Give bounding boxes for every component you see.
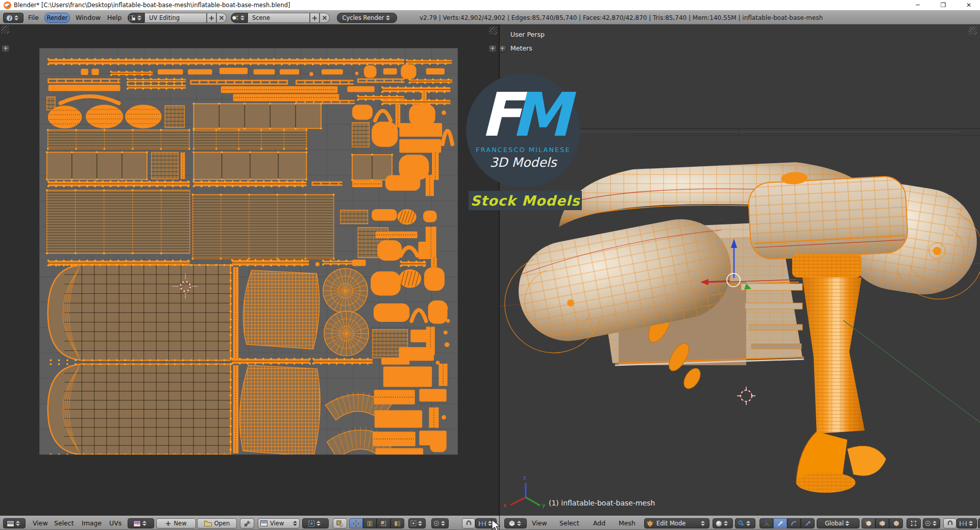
vp-manipulator-rotate[interactable]	[787, 518, 801, 528]
viewport-3d-area[interactable]	[500, 24, 980, 516]
plus-icon	[165, 521, 171, 526]
uv-new-image-label: New	[174, 520, 186, 527]
vp-mode-dropdown[interactable]: Edit Mode	[644, 518, 709, 528]
render-engine-value: Cycles Render	[342, 14, 384, 21]
uv-open-image-button[interactable]: Open	[197, 518, 237, 528]
uv-display-view-dropdown[interactable]: View	[258, 518, 300, 528]
vp-select-mode-vertex[interactable]	[862, 518, 875, 528]
uv-select-mode-vertex[interactable]	[349, 518, 363, 528]
vp-occlude-toggle[interactable]	[906, 518, 921, 528]
image-editor-icon	[7, 520, 14, 527]
vp-orientation-dropdown[interactable]: Global	[817, 518, 860, 528]
mouse-cursor	[491, 519, 501, 530]
uv-proportional-edit-dropdown[interactable]	[431, 518, 449, 528]
vp-manipulator-translate[interactable]	[773, 518, 787, 528]
uv-corner-grip-right[interactable]	[489, 27, 497, 35]
vertex-mode-icon	[353, 520, 359, 527]
scene-statistics: v2.79 | Verts:42,902/42,902 | Edges:85,7…	[420, 11, 823, 24]
menu-render[interactable]: Render	[44, 13, 70, 23]
scale-icon	[804, 520, 811, 527]
uv-menu-image[interactable]: Image	[82, 516, 102, 529]
render-engine-select[interactable]: Cycles Render	[337, 13, 397, 23]
viewport-3d-canvas	[500, 24, 980, 516]
scene-name-field[interactable]: Scene	[248, 13, 310, 23]
uv-open-image-label: Open	[214, 520, 230, 527]
info-icon: i	[6, 15, 13, 21]
proportional-edit-icon	[925, 520, 931, 526]
uv-snap-toggle[interactable]	[462, 518, 475, 528]
add-screen-layout-button[interactable]	[207, 13, 216, 23]
snap-increment-icon	[478, 521, 486, 526]
vp-menu-mesh[interactable]: Mesh	[619, 516, 635, 529]
vp-manipulator-scale[interactable]	[801, 518, 815, 528]
uv-menu-select[interactable]: Select	[54, 516, 74, 529]
vp-pivot-dropdown[interactable]	[735, 518, 755, 528]
uv-select-mode-face[interactable]	[377, 518, 390, 528]
scene-icon	[232, 15, 239, 21]
snap-increment-icon	[959, 521, 967, 526]
vp-snap-element-dropdown[interactable]	[957, 518, 977, 528]
uv-select-sync-toggle[interactable]	[333, 518, 347, 528]
vp-select-mode-face[interactable]	[889, 518, 903, 528]
delete-screen-layout-button[interactable]	[216, 13, 227, 23]
fm-logo-circle: F M FRANCESCO MILANESE 3D Models	[466, 73, 580, 188]
image-icon	[133, 520, 141, 527]
vp-snap-toggle[interactable]	[943, 518, 957, 528]
close-button[interactable]: ✕	[959, 0, 979, 10]
minimize-button[interactable]: ─	[908, 0, 928, 10]
scene-browse-button[interactable]	[231, 13, 248, 23]
add-scene-button[interactable]	[310, 13, 320, 23]
proportional-edit-icon	[433, 520, 439, 526]
uv-select-mode-island[interactable]	[390, 518, 404, 528]
uv-toolshelf-expand-button[interactable]: +	[2, 45, 10, 53]
uv-menu-uvs[interactable]: UVs	[109, 516, 121, 529]
vp-shading-dropdown[interactable]	[713, 518, 733, 528]
uv-sticky-select-dropdown[interactable]	[408, 518, 426, 528]
maximize-button[interactable]: ❐	[933, 0, 953, 10]
vp-render-ogl-button[interactable]	[978, 518, 980, 528]
uv-image-browse-button[interactable]	[128, 518, 154, 528]
magnet-icon	[465, 520, 472, 527]
vp-menu-add[interactable]: Add	[593, 516, 605, 529]
blender-logo-icon	[4, 2, 11, 9]
limit-visible-icon	[910, 520, 917, 527]
uv-select-mode-edge[interactable]	[363, 518, 377, 528]
uv-pivot-dropdown[interactable]	[302, 518, 329, 528]
edge-select-icon	[879, 520, 886, 527]
editor-type-info-button[interactable]: i	[3, 13, 23, 23]
menu-file[interactable]: File	[28, 11, 39, 24]
view3d-editor-icon	[508, 520, 516, 527]
viewport-units-label: Meters	[510, 44, 532, 52]
viewport-editor-type-button[interactable]	[504, 518, 527, 528]
vp-manipulator-toggle[interactable]	[760, 518, 773, 528]
uv-sync-icon	[336, 520, 344, 527]
face-select-icon	[893, 520, 900, 527]
vp-menu-view[interactable]: View	[532, 516, 547, 529]
delete-scene-button[interactable]	[320, 13, 330, 23]
uv-new-image-button[interactable]: New	[156, 518, 196, 528]
shading-sphere-icon	[716, 520, 722, 527]
uv-canvas[interactable]	[0, 24, 499, 516]
menu-window[interactable]: Window	[76, 11, 101, 24]
menu-help[interactable]: Help	[107, 11, 122, 24]
sticky-select-icon	[410, 520, 416, 526]
uv-menu-view[interactable]: View	[33, 516, 48, 529]
screen-layout-browse-button[interactable]	[128, 13, 144, 23]
island-mode-icon	[394, 520, 401, 527]
vp-mode-label: Edit Mode	[656, 520, 685, 527]
pivot-point-icon	[738, 520, 745, 527]
plus-icon	[312, 15, 317, 21]
uv-editor-area[interactable]	[0, 24, 499, 516]
uv-pin-button[interactable]	[240, 518, 254, 528]
layout-icon	[129, 15, 136, 21]
close-x-icon	[219, 15, 224, 20]
screen-layout-name-field[interactable]: UV Editing	[144, 13, 207, 23]
vp-select-mode-edge[interactable]	[875, 518, 889, 528]
vp-menu-select[interactable]: Select	[559, 516, 579, 529]
viewport-corner-grip[interactable]	[969, 27, 977, 35]
uv-editor-type-button[interactable]	[3, 518, 26, 528]
axis-cross-icon	[763, 520, 770, 527]
uv-properties-expand-button[interactable]: +	[488, 45, 497, 53]
vp-proportional-edit-dropdown[interactable]	[923, 518, 940, 528]
uv-corner-grip[interactable]	[1, 26, 9, 34]
